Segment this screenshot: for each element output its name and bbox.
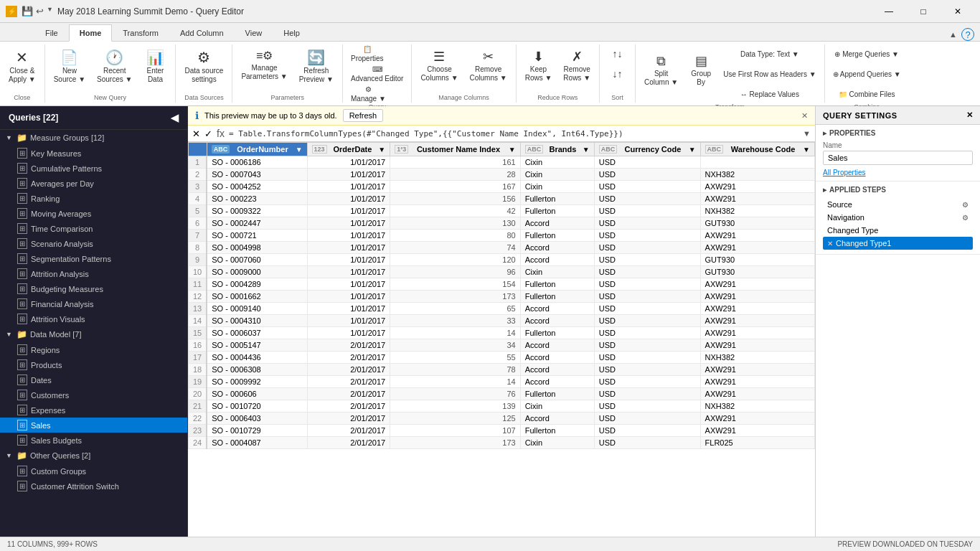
remove-columns-button[interactable]: ✂ RemoveColumns ▼ xyxy=(466,47,512,92)
sidebar-item-averages[interactable]: ⊞ Averages per Day xyxy=(0,176,187,191)
sidebar-item-products[interactable]: ⊞ Products xyxy=(0,357,187,372)
sidebar-group-data-model-header[interactable]: ▼ 📁 Data Model [7] xyxy=(0,326,187,342)
save-icon[interactable]: 💾 xyxy=(22,6,33,17)
cell-currency-code: USD xyxy=(594,413,700,425)
col-filter-icon[interactable]: ▼ xyxy=(509,146,516,154)
sidebar-item-scenario[interactable]: ⊞ Scenario Analysis xyxy=(0,236,187,251)
sidebar-item-custom-groups[interactable]: ⊞ Custom Groups xyxy=(0,463,187,479)
cell-brands: Fullerton xyxy=(520,388,594,400)
sidebar-item-regions[interactable]: ⊞ Regions xyxy=(0,342,187,357)
col-currency-code[interactable]: ABC Currency Code ▼ xyxy=(594,143,700,156)
col-filter-icon[interactable]: ▼ xyxy=(583,146,590,154)
query-name-input[interactable] xyxy=(823,151,973,165)
col-warehouse-code[interactable]: ABC Warehouse Code ▼ xyxy=(700,143,814,156)
cell-order-date: 2/01/2017 xyxy=(307,352,390,364)
close-button[interactable]: ✕ xyxy=(941,1,974,22)
append-queries-button[interactable]: ⊕ Append Queries ▼ xyxy=(829,65,905,83)
col-filter-icon[interactable]: ▼ xyxy=(689,146,696,154)
step-navigation[interactable]: Navigation ⚙ xyxy=(823,211,973,224)
step-gear-icon[interactable]: ⚙ xyxy=(962,201,969,209)
formula-confirm-icon[interactable]: ✓ xyxy=(204,128,212,139)
sidebar-collapse-icon[interactable]: ◀ xyxy=(171,112,179,123)
manage-icon: ⚙ xyxy=(365,85,372,93)
tab-home[interactable]: Home xyxy=(69,24,113,42)
sidebar-item-expenses[interactable]: ⊞ Expenses xyxy=(0,402,187,418)
sidebar-item-cumulative[interactable]: ⊞ Cumulative Patterns xyxy=(0,161,187,176)
sidebar-item-time-comparison[interactable]: ⊞ Time Comparison xyxy=(0,221,187,236)
sidebar-item-sales-budgets[interactable]: ⊞ Sales Budgets xyxy=(0,433,187,448)
tab-help[interactable]: Help xyxy=(273,24,311,41)
choose-columns-button[interactable]: ☰ ChooseColumns ▼ xyxy=(416,47,462,92)
sidebar-item-customers[interactable]: ⊞ Customers xyxy=(0,387,187,402)
tab-add-column[interactable]: Add Column xyxy=(169,24,235,41)
formula-input[interactable] xyxy=(229,129,798,138)
merge-queries-button[interactable]: ⊕ Merge Queries ▼ xyxy=(831,44,903,63)
maximize-button[interactable]: □ xyxy=(907,1,940,22)
col-customer-name-index[interactable]: 1²3 Customer Name Index ▼ xyxy=(390,143,521,156)
col-order-number[interactable]: ABC OrderNumber ▼ xyxy=(207,143,307,156)
cell-rownum: 22 xyxy=(189,413,207,425)
table-icon: ⊞ xyxy=(17,390,27,400)
sidebar-item-ranking[interactable]: ⊞ Ranking xyxy=(0,191,187,206)
enter-data-button[interactable]: 📊 EnterData xyxy=(139,47,171,92)
refresh-preview-btn[interactable]: Refresh xyxy=(343,109,384,122)
formula-expand-icon[interactable]: ▼ xyxy=(803,129,811,138)
col-filter-icon[interactable]: ▼ xyxy=(803,146,810,154)
properties-button[interactable]: 📋 Properties xyxy=(347,44,387,63)
sidebar-item-segmentation[interactable]: ⊞ Segmentation Patterns xyxy=(0,251,187,266)
sort-asc-button[interactable]: ↑↓ xyxy=(605,44,631,63)
all-properties-link[interactable]: All Properties xyxy=(823,169,865,176)
sidebar-item-key-measures[interactable]: ⊞ Key Measures xyxy=(0,146,187,161)
sidebar-item-customer-attrition[interactable]: ⊞ Customer Attrition Switch xyxy=(0,479,187,494)
sidebar-content: ▼ 📁 Measure Groups [12] ⊞ Key Measures ⊞… xyxy=(0,130,187,537)
col-order-date[interactable]: 123 OrderDate ▼ xyxy=(307,143,390,156)
remove-rows-button[interactable]: ✗ RemoveRows ▼ xyxy=(559,47,595,92)
close-query-settings-icon[interactable]: ✕ xyxy=(966,110,974,120)
step-source[interactable]: Source ⚙ xyxy=(823,198,973,211)
undo-icon[interactable]: ↩ xyxy=(36,6,44,17)
sidebar-group-other-header[interactable]: ▼ 📁 Other Queries [2] xyxy=(0,448,187,463)
advanced-editor-button[interactable]: ⌨ Advanced Editor xyxy=(347,65,407,83)
step-changed-type1[interactable]: ✕ Changed Type1 xyxy=(823,237,973,250)
first-row-header-button[interactable]: Use First Row as Headers ▼ xyxy=(720,65,819,83)
manage-parameters-button[interactable]: ≡⚙ ManageParameters ▼ xyxy=(237,47,291,92)
sidebar-item-moving-averages[interactable]: ⊞ Moving Averages xyxy=(0,206,187,221)
sidebar-item-sales[interactable]: ⊞ Sales xyxy=(0,418,187,433)
col-filter-icon[interactable]: ▼ xyxy=(378,146,385,154)
sidebar-item-attrition-analysis[interactable]: ⊞ Attrition Analysis xyxy=(0,266,187,281)
tab-file[interactable]: File xyxy=(34,24,69,41)
sidebar-item-budgeting[interactable]: ⊞ Budgeting Measures xyxy=(0,281,187,296)
step-gear-icon[interactable]: ⚙ xyxy=(962,214,969,222)
refresh-preview-button[interactable]: 🔄 RefreshPreview ▼ xyxy=(295,47,338,92)
tab-view[interactable]: View xyxy=(235,24,273,41)
step-changed-type[interactable]: Changed Type xyxy=(823,224,973,237)
sort-desc-button[interactable]: ↓↑ xyxy=(605,65,631,83)
keep-rows-button[interactable]: ⬇ KeepRows ▼ xyxy=(521,47,557,92)
recent-sources-button[interactable]: 🕐 RecentSources ▼ xyxy=(93,47,136,92)
data-type-button[interactable]: Data Type: Text ▼ xyxy=(720,44,819,63)
tab-transform[interactable]: Transform xyxy=(112,24,169,41)
formula-cancel-icon[interactable]: ✕ xyxy=(192,128,200,139)
close-info-button[interactable]: ✕ xyxy=(801,111,808,121)
sidebar-group-measure-header[interactable]: ▼ 📁 Measure Groups [12] xyxy=(0,130,187,146)
sidebar-item-financial[interactable]: ⊞ Financial Analysis xyxy=(0,296,187,311)
combine-files-button[interactable]: 📁 Combine Files xyxy=(835,85,899,103)
step-x-icon[interactable]: ✕ xyxy=(827,240,833,248)
sidebar-item-attrition-visuals[interactable]: ⊞ Attrition Visuals xyxy=(0,311,187,326)
col-brands[interactable]: ABC Brands ▼ xyxy=(520,143,594,156)
group-by-button[interactable]: ▤ GroupBy xyxy=(685,52,717,96)
col-filter-icon[interactable]: ▼ xyxy=(296,146,303,154)
cell-order-number: SO - 000606 xyxy=(207,388,307,400)
replace-values-button[interactable]: ↔ Replace Values xyxy=(720,85,819,103)
data-source-settings-button[interactable]: ⚙ Data sourcesettings xyxy=(180,47,227,92)
close-apply-button[interactable]: ✕ Close &Apply ▼ xyxy=(4,47,40,92)
cell-customer-index: 96 xyxy=(390,266,521,278)
split-column-button[interactable]: ⧉ SplitColumn ▼ xyxy=(640,52,682,96)
minimize-button[interactable]: — xyxy=(872,1,905,22)
dropdown-icon[interactable]: ▼ xyxy=(47,6,53,17)
manage-button[interactable]: ⚙ Manage ▼ xyxy=(347,85,390,103)
sidebar-item-dates[interactable]: ⊞ Dates xyxy=(0,372,187,387)
ribbon-collapse-icon[interactable]: ▲ xyxy=(949,30,957,39)
help-icon[interactable]: ? xyxy=(961,28,974,41)
new-source-button[interactable]: 📄 NewSource ▼ xyxy=(50,47,90,92)
